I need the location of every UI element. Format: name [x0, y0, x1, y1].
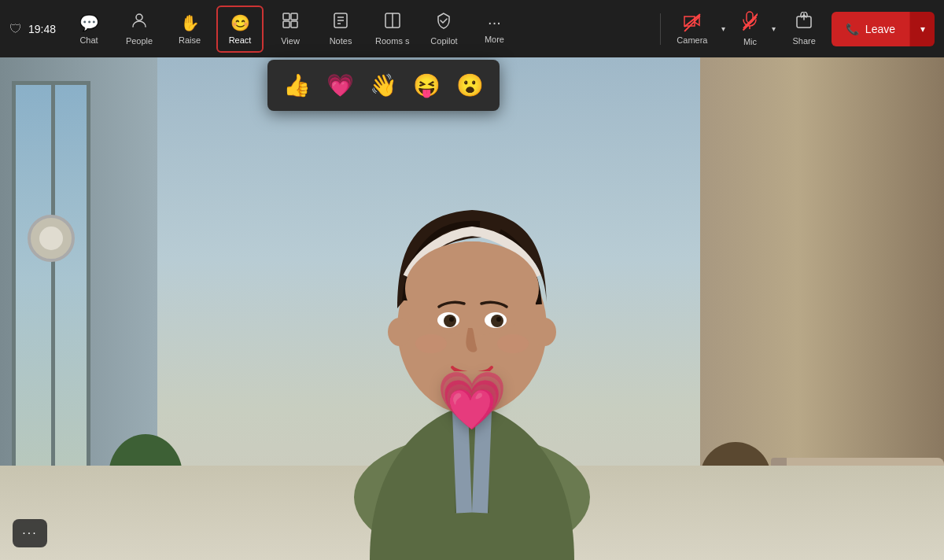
react-wave[interactable]: 👋 [367, 69, 400, 101]
mic-button[interactable]: Mic [736, 6, 764, 53]
avatar-container [275, 104, 669, 560]
nav-people[interactable]: People [116, 6, 163, 53]
video-area: 💗 ··· [0, 57, 944, 560]
topbar-left: 🛡 19:48 💬 Chat People ✋ Raise 😊 Re [9, 6, 518, 53]
time-display: 19:48 [28, 23, 56, 35]
rooms-label: Rooms s [375, 36, 409, 46]
svg-point-25 [496, 317, 501, 322]
share-icon [795, 12, 813, 33]
nav-view[interactable]: View [267, 6, 314, 53]
topbar-right: Camera ▾ Mic ▾ [654, 6, 935, 53]
leave-label: Leave [865, 23, 895, 35]
svg-point-24 [449, 317, 454, 322]
nav-rooms[interactable]: Rooms s [367, 6, 417, 53]
more-options-button[interactable]: ··· [13, 519, 47, 547]
react-wow[interactable]: 😮 [453, 69, 487, 101]
notes-icon [332, 12, 349, 33]
bg-wall-deco-inner [39, 227, 63, 250]
svg-point-27 [497, 334, 529, 353]
avatar-svg [291, 120, 653, 560]
svg-rect-2 [291, 13, 297, 20]
topbar: 🛡 19:48 💬 Chat People ✋ Raise 😊 Re [0, 0, 944, 57]
svg-point-26 [415, 334, 447, 353]
copilot-icon [435, 12, 452, 33]
react-icon: 😊 [230, 13, 250, 32]
view-label: View [281, 36, 300, 46]
leave-button[interactable]: 📞 Leave [832, 12, 909, 46]
leave-phone-icon: 📞 [846, 23, 859, 35]
mic-icon [742, 11, 758, 34]
chat-label: Chat [79, 35, 98, 45]
nav-raise[interactable]: ✋ Raise [166, 6, 213, 53]
raise-icon: ✋ [180, 13, 200, 32]
people-label: People [126, 36, 153, 46]
react-thumbsup[interactable]: 👍 [280, 69, 314, 101]
svg-rect-3 [283, 21, 289, 28]
nav-copilot[interactable]: Copilot [420, 6, 467, 53]
camera-label: Camera [677, 35, 707, 45]
camera-chevron[interactable]: ▾ [714, 6, 732, 53]
more-icon: ··· [488, 13, 501, 31]
topbar-divider [660, 13, 661, 45]
rooms-icon [384, 12, 401, 33]
heart-reaction-emoji: 💗 [437, 367, 507, 434]
time-section: 🛡 19:48 [9, 22, 56, 36]
svg-rect-12 [747, 12, 753, 23]
shield-icon: 🛡 [9, 22, 22, 36]
leave-group: 📞 Leave ▾ [832, 12, 935, 46]
svg-point-0 [136, 14, 142, 20]
chat-icon: 💬 [79, 13, 99, 32]
nav-more[interactable]: ··· More [470, 6, 518, 53]
dots-icon: ··· [22, 526, 37, 540]
copilot-label: Copilot [430, 36, 457, 46]
bg-window-mid [51, 81, 55, 474]
raise-label: Raise [179, 35, 201, 45]
svg-point-29 [533, 318, 556, 346]
camera-icon [683, 13, 702, 32]
share-button[interactable]: Share [786, 6, 821, 53]
people-icon [131, 12, 148, 33]
svg-point-19 [405, 241, 539, 336]
camera-group: Camera ▾ [670, 6, 732, 53]
react-laugh[interactable]: 😝 [410, 69, 444, 101]
mic-chevron[interactable]: ▾ [764, 6, 783, 53]
react-label: React [229, 35, 252, 45]
svg-point-28 [388, 318, 411, 346]
more-label: More [485, 35, 504, 44]
mic-group: Mic ▾ [736, 6, 783, 53]
nav-chat[interactable]: 💬 Chat [65, 6, 112, 53]
svg-rect-4 [291, 21, 297, 28]
leave-chevron[interactable]: ▾ [909, 12, 935, 46]
react-popup: 👍 💗 👋 😝 😮 [267, 60, 500, 111]
nav-react[interactable]: 😊 React [216, 6, 264, 53]
view-icon [282, 12, 299, 33]
share-label: Share [792, 36, 815, 46]
svg-rect-1 [283, 13, 289, 20]
react-heart[interactable]: 💗 [323, 69, 357, 101]
camera-button[interactable]: Camera [670, 6, 714, 53]
notes-label: Notes [330, 36, 352, 46]
mic-label: Mic [743, 37, 757, 46]
nav-notes[interactable]: Notes [317, 6, 364, 53]
